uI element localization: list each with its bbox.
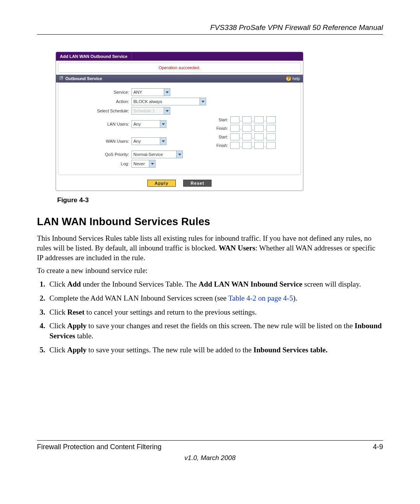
- chevron-down-icon: [176, 151, 182, 158]
- outbound-service-panel: Add LAN WAN Outbound Service Operation s…: [56, 52, 303, 191]
- ip-octet[interactable]: [266, 125, 276, 132]
- schedule-select: Schedule 1: [131, 107, 170, 115]
- intro-paragraph: This Inbound Services Rules table lists …: [37, 233, 383, 262]
- wan-users-select[interactable]: Any: [131, 137, 166, 145]
- button-bar: Apply Reset: [56, 177, 303, 191]
- service-select[interactable]: ANY: [131, 88, 170, 96]
- ip-octet[interactable]: [266, 133, 276, 140]
- section-header: Outbound Service ? help: [56, 75, 303, 82]
- chevron-down-icon: [160, 121, 166, 128]
- grip-icon: [59, 76, 63, 80]
- footer-version: v1.0, March 2008: [37, 454, 383, 462]
- ip-octet[interactable]: [254, 125, 264, 132]
- manual-title: FVS338 ProSafe VPN Firewall 50 Reference…: [210, 23, 383, 32]
- ip-octet[interactable]: [266, 116, 276, 123]
- chevron-down-icon: [164, 107, 170, 114]
- log-label: Log:: [63, 161, 131, 166]
- table-xref-link[interactable]: Table 4-2 on page 4-5: [228, 294, 293, 302]
- figure-caption: Figure 4-3: [57, 196, 383, 204]
- step-1: Click Add under the Inbound Services Tab…: [47, 279, 383, 289]
- chevron-down-icon: [200, 98, 206, 105]
- ip-octet[interactable]: [242, 125, 252, 132]
- ip-octet[interactable]: [254, 142, 264, 149]
- ip-octet[interactable]: [230, 142, 240, 149]
- chevron-down-icon: [149, 160, 155, 167]
- wan-users-label: WAN Users:: [63, 139, 131, 144]
- reset-button[interactable]: Reset: [183, 180, 212, 187]
- action-label: Action:: [63, 99, 131, 104]
- step-2: Complete the Add WAN LAN Inbound Service…: [47, 293, 383, 303]
- tab-bar: Add LAN WAN Outbound Service: [56, 52, 303, 61]
- ip-octet[interactable]: [242, 133, 252, 140]
- apply-button[interactable]: Apply: [147, 180, 176, 187]
- step-3: Click Reset to cancel your settings and …: [47, 307, 383, 317]
- step-5: Click Apply to save your settings. The n…: [47, 345, 383, 355]
- lan-users-select[interactable]: Any: [131, 120, 166, 128]
- qos-select[interactable]: Normal-Service: [131, 150, 183, 158]
- tab-add-outbound[interactable]: Add LAN WAN Outbound Service: [56, 52, 132, 61]
- step-4: Click Apply to save your changes and res…: [47, 321, 383, 341]
- lan-users-label: LAN Users:: [63, 122, 131, 126]
- lan-finish-label: Finish:: [205, 126, 229, 131]
- screenshot-figure: Add LAN WAN Outbound Service Operation s…: [56, 52, 383, 204]
- chevron-down-icon: [164, 89, 170, 96]
- service-label: Service:: [63, 90, 131, 94]
- wan-start-label: Start:: [205, 135, 229, 139]
- ip-octet[interactable]: [242, 116, 252, 123]
- ip-octet[interactable]: [254, 133, 264, 140]
- page-footer: Firewall Protection and Content Filterin…: [37, 440, 383, 462]
- help-label[interactable]: help: [292, 77, 300, 81]
- log-select[interactable]: Never: [131, 160, 156, 168]
- form-body: Service: ANY Action: BLOCK always Select…: [58, 82, 301, 175]
- section-title: Outbound Service: [65, 76, 102, 81]
- ip-octet[interactable]: [266, 142, 276, 149]
- footer-chapter: Firewall Protection and Content Filterin…: [37, 443, 161, 451]
- ip-octet[interactable]: [230, 116, 240, 123]
- action-select[interactable]: BLOCK always: [131, 98, 206, 105]
- wan-finish-label: Finish:: [205, 144, 229, 148]
- chevron-down-icon: [160, 138, 166, 145]
- schedule-label: Select Schedule:: [63, 108, 131, 113]
- qos-label: QoS Priority:: [63, 152, 131, 157]
- ip-octet[interactable]: [242, 142, 252, 149]
- status-message: Operation succeeded.: [58, 63, 301, 73]
- lead-in-paragraph: To create a new inbound service rule:: [37, 266, 383, 275]
- ip-octet[interactable]: [230, 133, 240, 140]
- steps-list: Click Add under the Inbound Services Tab…: [37, 279, 383, 355]
- lan-start-label: Start:: [205, 118, 229, 122]
- help-icon[interactable]: ?: [286, 76, 291, 81]
- ip-octet[interactable]: [254, 116, 264, 123]
- footer-page-number: 4-9: [373, 443, 383, 451]
- ip-octet[interactable]: [230, 125, 240, 132]
- section-heading: LAN WAN Inbound Services Rules: [37, 216, 383, 228]
- page-header: FVS338 ProSafe VPN Firewall 50 Reference…: [37, 23, 383, 35]
